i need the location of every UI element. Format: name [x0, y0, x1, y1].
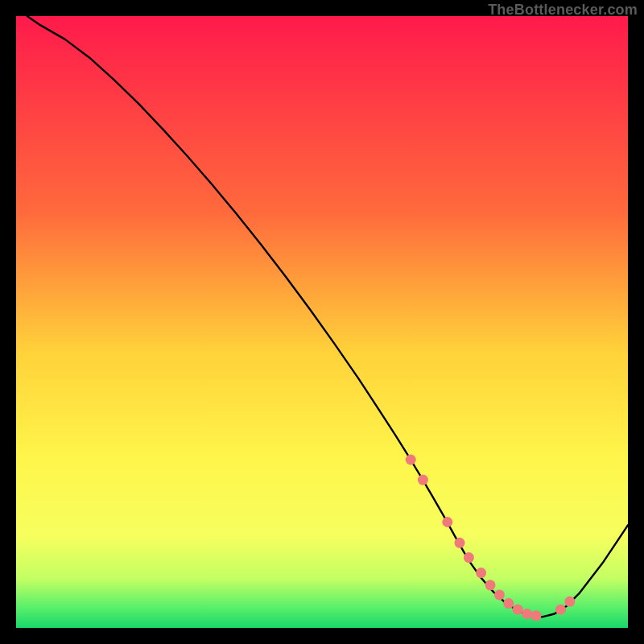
marker-point [513, 605, 523, 615]
marker-point [531, 610, 542, 621]
marker-point [476, 568, 486, 578]
gradient-background [16, 16, 628, 628]
marker-point [442, 517, 452, 527]
chart-frame: TheBottlenecker.com [0, 0, 644, 644]
marker-point [485, 580, 496, 590]
marker-point [522, 609, 532, 619]
marker-point [406, 455, 416, 465]
marker-point [503, 598, 514, 609]
chart-plot [16, 16, 628, 628]
marker-point [555, 605, 566, 615]
marker-point [455, 538, 465, 548]
marker-point [494, 589, 505, 600]
marker-point [464, 552, 474, 563]
marker-point [564, 597, 575, 607]
marker-point [418, 475, 428, 485]
